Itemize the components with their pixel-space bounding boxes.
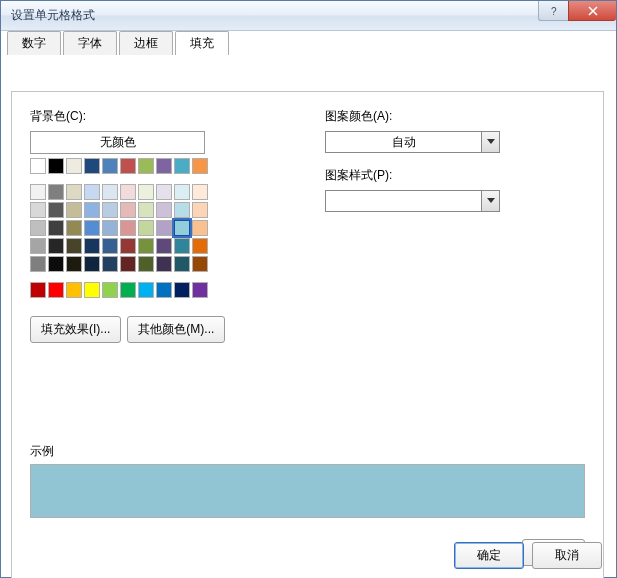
color-swatch[interactable] — [66, 184, 82, 200]
color-swatch[interactable] — [174, 256, 190, 272]
color-swatch[interactable] — [66, 158, 82, 174]
color-swatch[interactable] — [66, 256, 82, 272]
color-swatch[interactable] — [48, 202, 64, 218]
window-title: 设置单元格格式 — [11, 7, 95, 24]
color-swatch[interactable] — [48, 282, 64, 298]
color-swatch[interactable] — [156, 184, 172, 200]
color-swatch[interactable] — [30, 220, 46, 236]
color-swatch[interactable] — [30, 282, 46, 298]
color-swatch[interactable] — [102, 238, 118, 254]
patternstyle-value — [326, 191, 481, 211]
help-button[interactable]: ? — [538, 1, 568, 21]
color-swatch[interactable] — [138, 220, 154, 236]
color-swatch[interactable] — [102, 158, 118, 174]
color-swatch[interactable] — [156, 282, 172, 298]
color-swatch[interactable] — [84, 282, 100, 298]
color-palette — [30, 158, 210, 298]
color-swatch[interactable] — [174, 202, 190, 218]
other-color-button[interactable]: 其他颜色(M)... — [127, 316, 225, 343]
color-swatch[interactable] — [174, 158, 190, 174]
color-swatch[interactable] — [138, 184, 154, 200]
color-swatch[interactable] — [30, 256, 46, 272]
color-swatch[interactable] — [66, 220, 82, 236]
bgcolor-label: 背景色(C): — [30, 108, 295, 125]
svg-text:?: ? — [551, 6, 557, 16]
color-swatch[interactable] — [120, 202, 136, 218]
color-swatch[interactable] — [138, 158, 154, 174]
color-swatch[interactable] — [192, 238, 208, 254]
color-swatch[interactable] — [120, 184, 136, 200]
fill-effects-button[interactable]: 填充效果(I)... — [30, 316, 121, 343]
color-swatch[interactable] — [84, 184, 100, 200]
color-swatch[interactable] — [48, 184, 64, 200]
color-swatch[interactable] — [174, 184, 190, 200]
color-swatch[interactable] — [192, 202, 208, 218]
color-swatch[interactable] — [84, 238, 100, 254]
dialog-window: 设置单元格格式 ? 数字 字体 边框 填充 背景色(C): 无颜色 — [0, 0, 617, 578]
color-swatch[interactable] — [84, 256, 100, 272]
color-swatch[interactable] — [30, 202, 46, 218]
color-swatch[interactable] — [30, 238, 46, 254]
color-swatch[interactable] — [102, 282, 118, 298]
color-swatch[interactable] — [66, 282, 82, 298]
ok-button[interactable]: 确定 — [454, 542, 524, 569]
cancel-button[interactable]: 取消 — [532, 542, 602, 569]
color-swatch[interactable] — [84, 220, 100, 236]
color-swatch[interactable] — [102, 184, 118, 200]
patternstyle-label: 图案样式(P): — [325, 167, 585, 184]
close-button[interactable] — [568, 1, 616, 21]
color-swatch[interactable] — [192, 256, 208, 272]
tab-border[interactable]: 边框 — [119, 31, 173, 55]
color-swatch[interactable] — [138, 238, 154, 254]
color-swatch[interactable] — [48, 158, 64, 174]
color-swatch[interactable] — [138, 282, 154, 298]
color-swatch[interactable] — [120, 238, 136, 254]
color-swatch[interactable] — [30, 184, 46, 200]
color-swatch[interactable] — [156, 158, 172, 174]
color-swatch[interactable] — [66, 238, 82, 254]
patterncolor-value: 自动 — [326, 132, 481, 152]
window-controls: ? — [538, 1, 616, 21]
color-swatch[interactable] — [48, 256, 64, 272]
color-swatch[interactable] — [174, 282, 190, 298]
color-swatch[interactable] — [174, 220, 190, 236]
tab-strip: 数字 字体 边框 填充 — [7, 31, 231, 55]
color-swatch[interactable] — [156, 238, 172, 254]
titlebar: 设置单元格格式 ? — [1, 1, 616, 31]
color-swatch[interactable] — [138, 202, 154, 218]
color-swatch[interactable] — [48, 238, 64, 254]
sample-preview — [30, 464, 585, 518]
color-swatch[interactable] — [30, 158, 46, 174]
color-swatch[interactable] — [120, 158, 136, 174]
patterncolor-combo[interactable]: 自动 — [325, 131, 500, 153]
dialog-body: 背景色(C): 无颜色 填充效果(I)... 其他颜色(M)... 图案颜色(A… — [11, 91, 604, 578]
chevron-down-icon — [481, 191, 499, 211]
color-swatch[interactable] — [120, 220, 136, 236]
patternstyle-combo[interactable] — [325, 190, 500, 212]
color-swatch[interactable] — [102, 256, 118, 272]
color-swatch[interactable] — [192, 282, 208, 298]
color-swatch[interactable] — [156, 220, 172, 236]
sample-label: 示例 — [30, 443, 585, 460]
tab-number[interactable]: 数字 — [7, 31, 61, 55]
color-swatch[interactable] — [156, 202, 172, 218]
color-swatch[interactable] — [120, 282, 136, 298]
color-swatch[interactable] — [192, 158, 208, 174]
color-swatch[interactable] — [102, 220, 118, 236]
color-swatch[interactable] — [48, 220, 64, 236]
color-swatch[interactable] — [84, 158, 100, 174]
color-swatch[interactable] — [138, 256, 154, 272]
patterncolor-label: 图案颜色(A): — [325, 108, 585, 125]
tab-fill[interactable]: 填充 — [175, 31, 229, 55]
color-swatch[interactable] — [192, 184, 208, 200]
color-swatch[interactable] — [192, 220, 208, 236]
color-swatch[interactable] — [120, 256, 136, 272]
chevron-down-icon — [481, 132, 499, 152]
color-swatch[interactable] — [66, 202, 82, 218]
color-swatch[interactable] — [156, 256, 172, 272]
color-swatch[interactable] — [174, 238, 190, 254]
tab-font[interactable]: 字体 — [63, 31, 117, 55]
color-swatch[interactable] — [102, 202, 118, 218]
color-swatch[interactable] — [84, 202, 100, 218]
no-color-option[interactable]: 无颜色 — [30, 131, 205, 154]
